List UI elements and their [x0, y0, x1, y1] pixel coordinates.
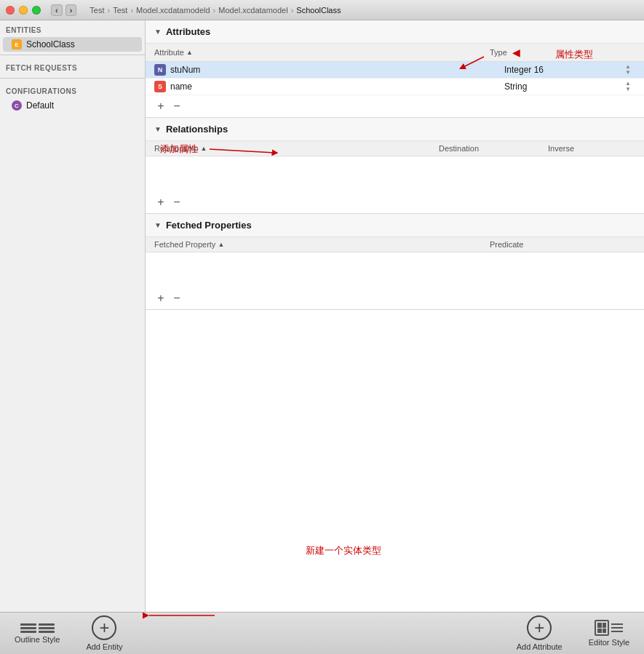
s-icon: S [154, 81, 166, 92]
fetched-properties-empty-area [146, 252, 644, 287]
relationships-section-title: Relationships [166, 124, 228, 135]
editor-style-icon [595, 620, 623, 636]
stepper-stunum[interactable]: ▲ ▼ [621, 64, 635, 76]
outline-style-label: Outline Style [15, 635, 60, 644]
add-attribute-inline-button[interactable]: + [154, 100, 167, 113]
close-button[interactable] [6, 6, 15, 15]
fetch-requests-header: FETCH REQUESTS [0, 58, 145, 75]
attribute-type-stunum: Integer 16 [504, 65, 621, 75]
relationship-col-header: Relationship ▲ [154, 144, 439, 153]
sidebar-item-default[interactable]: C Default [0, 98, 145, 113]
breadcrumb: Test › Test › Model.xcdatamodeld › Model… [90, 6, 341, 15]
sidebar-item-label: SchoolClass [26, 39, 75, 49]
toolbar-right: + Add Attribute Editor Style [511, 613, 635, 654]
breadcrumb-item-2[interactable]: Test [113, 6, 127, 15]
fetched-property-col-header: Fetched Property ▲ [154, 240, 490, 249]
nav-buttons: ‹ › [51, 4, 76, 16]
remove-attribute-inline-button[interactable]: − [170, 100, 183, 113]
attributes-section: ▼ Attributes Attribute ▲ Type ◀ N stuNum… [146, 20, 644, 118]
sidebar: ENTITIES E SchoolClass FETCH REQUESTS CO… [0, 20, 146, 612]
add-fetched-property-button[interactable]: + [154, 292, 167, 305]
attributes-table-header: Attribute ▲ Type ◀ [146, 44, 644, 62]
n-icon: N [154, 64, 166, 76]
relationships-empty-area [146, 156, 644, 191]
titlebar: ‹ › Test › Test › Model.xcdatamodeld › M… [0, 0, 644, 20]
new-entity-annotation: 新建一个实体类型 [306, 544, 381, 557]
bottom-toolbar: Outline Style + Add Entity + Add Attribu… [0, 612, 644, 654]
sort-arrow-relationship[interactable]: ▲ [201, 145, 207, 152]
back-button[interactable]: ‹ [51, 4, 63, 16]
configurations-header: CONFIGURATIONS [0, 81, 145, 98]
relationships-add-remove: + − [146, 191, 644, 213]
collapse-triangle-relationships[interactable]: ▼ [154, 125, 162, 133]
predicate-col-header: Predicate [490, 240, 635, 249]
breadcrumb-item-5: SchoolClass [296, 6, 341, 15]
main-layout: ENTITIES E SchoolClass FETCH REQUESTS CO… [0, 20, 644, 612]
collapse-triangle-attributes[interactable]: ▼ [154, 28, 162, 36]
add-entity-button[interactable]: + Add Entity [80, 613, 128, 654]
sort-arrow-attribute[interactable]: ▲ [186, 49, 193, 56]
relationships-section: ▼ Relationships Relationship ▲ Destinati… [146, 118, 644, 214]
sidebar-divider-1 [0, 55, 145, 55]
entity-icon: E [12, 39, 22, 49]
inverse-col-header: Inverse [548, 144, 635, 153]
relationships-section-header[interactable]: ▼ Relationships [146, 118, 644, 141]
forward-button[interactable]: › [65, 4, 77, 16]
add-entity-label: Add Entity [86, 642, 122, 651]
breadcrumb-item-1[interactable]: Test [90, 6, 104, 15]
type-arrow-indicator: ◀ [512, 47, 520, 58]
relationships-table-header: Relationship ▲ Destination Inverse [146, 141, 644, 156]
minimize-button[interactable] [19, 6, 28, 15]
attribute-name-name: name [170, 81, 504, 92]
attributes-section-title: Attributes [166, 26, 210, 37]
add-entity-icon: + [92, 615, 116, 640]
attribute-type-name: String [504, 81, 621, 92]
outline-style-button[interactable]: Outline Style [9, 621, 65, 647]
type-col-header: Type ◀ [490, 47, 635, 58]
fetched-properties-section: ▼ Fetched Properties Fetched Property ▲ … [146, 214, 644, 310]
sidebar-config-label: Default [26, 100, 54, 111]
breadcrumb-item-3[interactable]: Model.xcdatamodeld [136, 6, 210, 15]
outline-style-icon [20, 623, 55, 633]
fetched-properties-add-remove: + − [146, 287, 644, 309]
attributes-add-remove: + − [146, 95, 644, 117]
attribute-name-stunum: stuNum [170, 65, 504, 75]
table-row[interactable]: S name String ▲ ▼ [146, 79, 644, 95]
destination-col-header: Destination [439, 144, 548, 153]
sort-arrow-fetched[interactable]: ▲ [218, 241, 224, 248]
editor-style-button[interactable]: Editor Style [583, 617, 635, 650]
breadcrumb-item-4[interactable]: Model.xcdatamodel [218, 6, 287, 15]
stepper-name[interactable]: ▲ ▼ [621, 81, 635, 92]
attributes-section-header[interactable]: ▼ Attributes [146, 20, 644, 44]
content-area: ▼ Attributes Attribute ▲ Type ◀ N stuNum… [146, 20, 644, 612]
collapse-triangle-fetched[interactable]: ▼ [154, 221, 162, 229]
table-row[interactable]: N stuNum Integer 16 ▲ ▼ [146, 62, 644, 79]
fetched-properties-section-title: Fetched Properties [166, 220, 252, 231]
editor-style-label: Editor Style [589, 638, 629, 647]
sidebar-item-schoolclass[interactable]: E SchoolClass [3, 37, 142, 52]
sidebar-divider-2 [0, 78, 145, 79]
remove-relationship-button[interactable]: − [170, 196, 183, 209]
add-relationship-button[interactable]: + [154, 196, 167, 209]
toolbar-left: Outline Style + Add Entity [9, 613, 129, 654]
remove-fetched-property-button[interactable]: − [170, 292, 183, 305]
add-attribute-button[interactable]: + Add Attribute [511, 613, 568, 654]
add-attribute-icon: + [527, 615, 552, 640]
fetched-properties-table-header: Fetched Property ▲ Predicate [146, 237, 644, 252]
attribute-col-header: Attribute ▲ [154, 48, 490, 57]
add-attribute-label: Add Attribute [517, 642, 562, 651]
fetched-properties-section-header[interactable]: ▼ Fetched Properties [146, 214, 644, 237]
config-icon: C [12, 100, 22, 111]
maximize-button[interactable] [32, 6, 41, 15]
entities-header: ENTITIES [0, 20, 145, 37]
